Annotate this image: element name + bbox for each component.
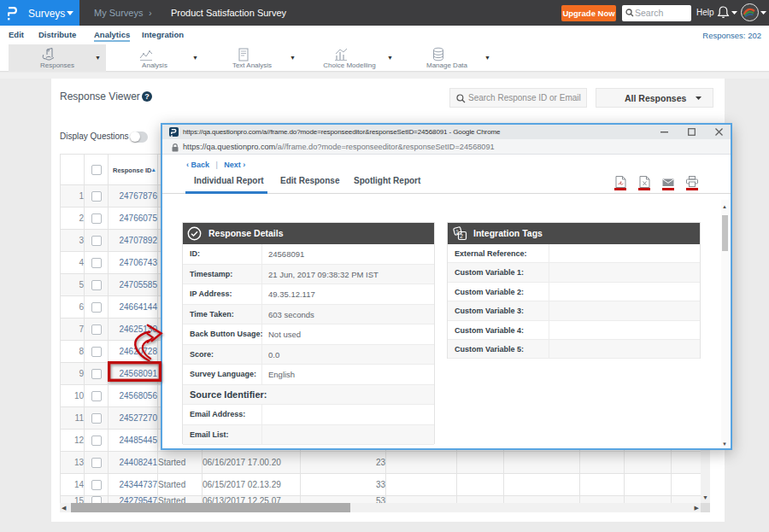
svg-text:2: 2 (460, 233, 463, 239)
